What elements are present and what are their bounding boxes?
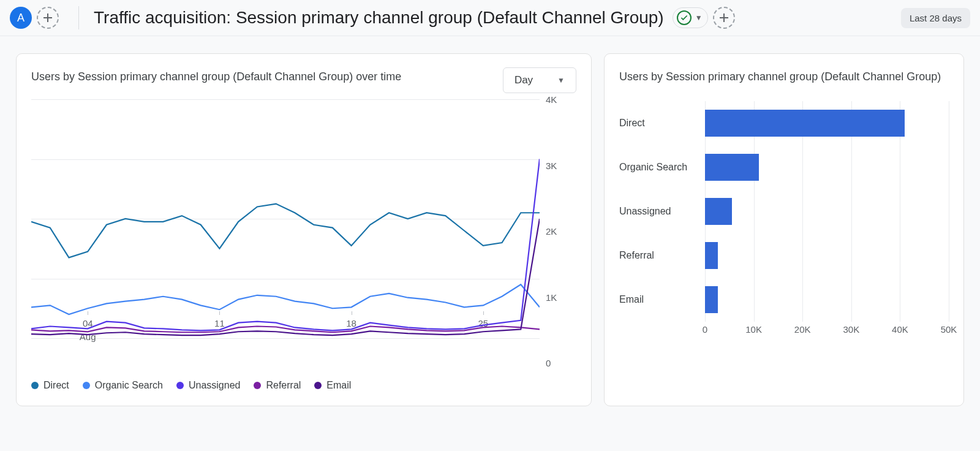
granularity-value: Day <box>514 74 533 86</box>
check-circle-icon <box>677 10 692 25</box>
bar-label: Email <box>619 294 705 305</box>
series-line <box>31 284 540 314</box>
bar-label: Referral <box>619 250 705 261</box>
plus-icon <box>719 13 729 23</box>
date-range-label: Last 28 days <box>910 13 962 23</box>
legend-dot-icon <box>314 382 322 389</box>
bar-row: Referral <box>619 233 949 278</box>
line-chart-card: Users by Session primary channel group (… <box>16 53 592 406</box>
avatar-letter: A <box>17 12 24 25</box>
add-comparison-button[interactable] <box>713 7 735 29</box>
y-axis-label: 0 <box>546 358 576 368</box>
legend-item[interactable]: Email <box>314 380 351 391</box>
bar-x-tick: 40K <box>892 324 908 335</box>
series-line <box>31 159 540 331</box>
bar-fill <box>705 198 732 225</box>
y-axis-label: 2K <box>546 226 576 237</box>
plus-icon <box>43 13 53 23</box>
legend-label: Direct <box>43 380 69 391</box>
legend-item[interactable]: Referral <box>254 380 301 391</box>
chevron-down-icon: ▼ <box>557 76 565 85</box>
header-bar: A Traffic acquisition: Session primary c… <box>0 0 980 36</box>
legend-dot-icon <box>254 382 261 389</box>
bar-row: Organic Search <box>619 145 949 189</box>
legend-item[interactable]: Organic Search <box>83 380 163 391</box>
legend-item[interactable]: Unassigned <box>176 380 241 391</box>
legend-label: Referral <box>266 380 301 391</box>
avatar[interactable]: A <box>10 7 32 29</box>
legend: DirectOrganic SearchUnassignedReferralEm… <box>31 380 576 391</box>
bar-x-tick: 50K <box>941 324 957 335</box>
granularity-select[interactable]: Day ▼ <box>503 67 576 93</box>
y-axis-label: 1K <box>546 292 576 302</box>
bar-row: Email <box>619 278 949 322</box>
bar-x-tick: 20K <box>794 324 811 335</box>
bar-chart-card: Users by Session primary channel group (… <box>604 53 964 406</box>
bar-x-tick: 30K <box>843 324 859 335</box>
page-title: Traffic acquisition: Session primary cha… <box>94 8 664 28</box>
bar-label: Unassigned <box>619 206 705 217</box>
bar-chart-title: Users by Session primary channel group (… <box>619 67 949 86</box>
bar-fill <box>705 110 905 137</box>
bar-fill <box>705 242 718 269</box>
series-line <box>31 219 540 335</box>
bar-fill <box>705 286 718 313</box>
legend-label: Organic Search <box>95 380 163 391</box>
legend-label: Email <box>326 380 351 391</box>
legend-label: Unassigned <box>189 380 241 391</box>
line-chart-title: Users by Session primary channel group (… <box>31 67 401 86</box>
chevron-down-icon: ▼ <box>695 13 703 22</box>
bar-label: Organic Search <box>619 162 705 173</box>
bar-row: Direct <box>619 101 949 145</box>
card-container: Users by Session primary channel group (… <box>0 36 980 423</box>
legend-item[interactable]: Direct <box>31 380 69 391</box>
legend-dot-icon <box>176 382 184 389</box>
date-range-chip[interactable]: Last 28 days <box>901 8 970 28</box>
bar-x-tick: 10K <box>745 324 762 335</box>
status-dropdown[interactable]: ▼ <box>673 7 708 28</box>
y-axis-label: 3K <box>546 160 576 170</box>
series-line <box>31 204 540 258</box>
divider <box>78 6 79 29</box>
bar-x-tick: 0 <box>703 324 707 335</box>
bar-row: Unassigned <box>619 189 949 233</box>
legend-dot-icon <box>31 382 39 389</box>
line-chart: 04Aug111825 01K2K3K4K <box>31 99 576 363</box>
bar-label: Direct <box>619 118 705 129</box>
bar-chart: DirectOrganic SearchUnassignedReferralEm… <box>619 101 949 340</box>
y-axis-label: 4K <box>546 94 576 105</box>
add-segment-button[interactable] <box>37 7 59 29</box>
legend-dot-icon <box>83 382 90 389</box>
bar-fill <box>705 154 759 181</box>
